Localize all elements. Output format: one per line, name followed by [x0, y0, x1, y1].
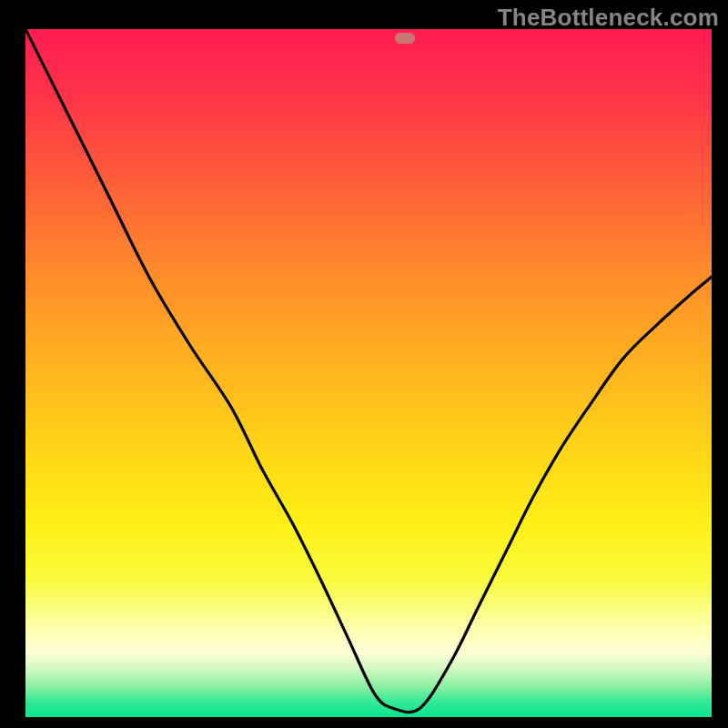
- bottleneck-chart: [0, 0, 728, 728]
- stage: TheBottleneck.com: [0, 0, 728, 728]
- site-watermark: TheBottleneck.com: [498, 4, 719, 32]
- optimal-marker: [395, 33, 415, 44]
- gradient-background: [25, 29, 712, 717]
